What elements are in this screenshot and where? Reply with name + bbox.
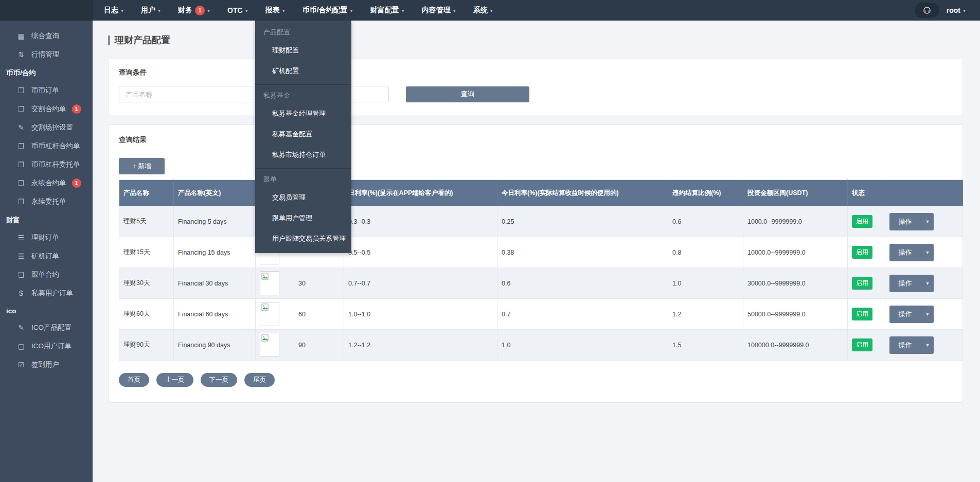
cell-product-name-en: Financing 15 days [174, 237, 256, 268]
product-image-placeholder [260, 302, 279, 326]
sidebar-item-私募用户订单[interactable]: $私募用户订单 [0, 284, 93, 302]
chevron-down-icon: ▾ [490, 8, 493, 13]
copy-icon: ❐ [16, 142, 26, 150]
dropdown-item-交易员管理[interactable]: 交易员管理 [255, 187, 351, 208]
cell-today-rate: 0.6 [497, 268, 668, 299]
pagination-上一页[interactable]: 上一页 [156, 373, 193, 387]
topnav-item-币币/合约配置[interactable]: 币币/合约配置▾ [302, 6, 353, 15]
sidebar-item-理财订单[interactable]: ☰理财订单 [0, 228, 93, 247]
sidebar-item-币币订单[interactable]: ❒币币订单 [0, 81, 93, 100]
topnav-label: 内容管理 [422, 6, 451, 15]
sidebar-item-跟单合约[interactable]: ❏跟单合约 [0, 265, 93, 284]
headset-icon [922, 6, 932, 15]
sidebar-item-综合查询[interactable]: ▦综合查询 [0, 27, 93, 45]
cell-penalty-ratio: 0.8 [668, 237, 743, 268]
sidebar-item-币币杠杆合约单[interactable]: ❐币币杠杆合约单 [0, 137, 93, 155]
broken-image-icon [261, 334, 269, 342]
avatar[interactable] [915, 3, 939, 18]
topnav-item-财务[interactable]: 财务1▾ [178, 6, 210, 15]
action-split-button[interactable]: 操作▼ [889, 275, 934, 292]
column-header: 投资金额区间(USDT) [743, 180, 848, 206]
pagination-首页[interactable]: 首页 [119, 373, 149, 387]
topnav-item-报表[interactable]: 报表▾ [265, 6, 285, 15]
table-row: 理财5天Financing 5 days0.3--0.30.250.61000.… [119, 206, 963, 237]
user-menu[interactable]: root ▾ [947, 6, 966, 14]
column-header: 状态 [848, 180, 885, 206]
action-split-button[interactable]: 操作▼ [889, 244, 934, 261]
dropdown-item-跟单用户管理[interactable]: 跟单用户管理 [255, 208, 351, 228]
sidebar-item-矿机订单[interactable]: ☰矿机订单 [0, 247, 93, 265]
notification-badge: 1 [72, 178, 81, 188]
action-button[interactable]: 操作 [889, 336, 921, 354]
cell-daily-rate: 1.2--1.2 [344, 330, 497, 361]
sidebar-item-永续合约单[interactable]: ❐永续合约单1 [0, 174, 93, 192]
sidebar-item-行情管理[interactable]: ⇅行情管理 [0, 45, 93, 64]
action-split-button[interactable]: 操作▼ [889, 306, 934, 323]
column-header: 产品名称(英文) [174, 180, 256, 206]
topnav-item-系统[interactable]: 系统▾ [473, 6, 493, 15]
topnav-item-财富配置[interactable]: 财富配置▾ [370, 6, 404, 15]
dropdown-item-私募基金经理管理[interactable]: 私募基金经理管理 [255, 103, 351, 124]
action-button[interactable]: 操作 [889, 306, 921, 323]
layers-icon: ☰ [16, 252, 26, 260]
bookmark-icon: ❒ [16, 105, 26, 113]
chevron-down-icon[interactable]: ▼ [921, 275, 934, 292]
sidebar-item-ICO用户订单[interactable]: ▢ICO用户订单 [0, 337, 93, 355]
chevron-down-icon[interactable]: ▼ [921, 244, 934, 261]
chevron-down-icon[interactable]: ▼ [921, 336, 934, 354]
dropdown-item-用户跟随交易员关系管理[interactable]: 用户跟随交易员关系管理 [255, 228, 351, 249]
pagination-尾页[interactable]: 尾页 [244, 373, 275, 387]
sidebar-item-label: 永续委托单 [31, 197, 66, 206]
dropdown-item-矿机配置[interactable]: 矿机配置 [255, 61, 351, 81]
coins-icon: ☰ [16, 234, 26, 242]
action-split-button[interactable]: 操作▼ [889, 336, 934, 354]
column-header [885, 180, 963, 206]
file-edit-icon: ✎ [16, 324, 26, 332]
topnav-label: 财务 [178, 6, 192, 15]
dropdown-item-私募市场持仓订单[interactable]: 私募市场持仓订单 [255, 145, 351, 165]
table-header-row: 产品名称产品名称(英文)日利率(%)(显示在APP端给客户看的)今日利率(%)(… [119, 180, 963, 206]
sidebar-section-币币/合约: 币币/合约 [0, 64, 93, 81]
pagination-下一页[interactable]: 下一页 [201, 373, 238, 387]
file-clock-icon: ❐ [16, 198, 26, 206]
topnav-item-内容管理[interactable]: 内容管理▾ [422, 6, 456, 15]
table-row: 理财15天Financing 15 days0.5--0.50.380.8100… [119, 237, 963, 268]
column-header: 今日利率(%)(实际结算收益时候的使用的) [497, 180, 668, 206]
topnav-item-日志[interactable]: 日志▾ [104, 6, 123, 15]
topnav-label: 日志 [104, 6, 118, 15]
topnav-item-用户[interactable]: 用户▾ [141, 6, 161, 15]
cell-status: 启用 [848, 268, 885, 299]
sidebar-item-label: 币币杠杆委托单 [31, 160, 80, 169]
action-split-button[interactable]: 操作▼ [889, 213, 934, 230]
action-button[interactable]: 操作 [889, 244, 921, 261]
user-name-label: root [947, 6, 960, 14]
chevron-down-icon: ▾ [402, 8, 404, 13]
sidebar-item-ICO产品配置[interactable]: ✎ICO产品配置 [0, 318, 93, 337]
action-button[interactable]: 操作 [889, 213, 921, 230]
sidebar-item-交割场控设置[interactable]: ✎交割场控设置 [0, 118, 93, 137]
table-row: 理财30天Financial 30 days300.7--0.70.61.030… [119, 268, 963, 299]
topnav-item-OTC[interactable]: OTC▾ [227, 6, 248, 14]
chevron-down-icon[interactable]: ▼ [921, 306, 934, 323]
cell-product-image [256, 268, 294, 299]
check-square-icon: ☑ [16, 361, 26, 369]
chevron-down-icon[interactable]: ▼ [921, 213, 934, 230]
chevron-down-icon: ▾ [121, 8, 123, 13]
status-badge: 启用 [852, 277, 872, 290]
sidebar-item-交割合约单[interactable]: ❒交割合约单1 [0, 100, 93, 118]
sidebar-item-签到用户[interactable]: ☑签到用户 [0, 355, 93, 374]
sidebar-item-币币杠杆委托单[interactable]: ❐币币杠杆委托单 [0, 155, 93, 174]
menu-divider [255, 168, 351, 169]
monitor-icon: ▢ [16, 342, 26, 350]
action-button[interactable]: 操作 [889, 275, 921, 292]
cell-actions: 操作▼ [885, 268, 963, 299]
cell-daily-rate: 0.3--0.3 [344, 206, 497, 237]
cell-product-name: 理财90天 [119, 330, 174, 361]
sidebar-section-财富: 财富 [0, 211, 93, 228]
sidebar-item-永续委托单[interactable]: ❐永续委托单 [0, 192, 93, 211]
dropdown-item-理财配置[interactable]: 理财配置 [255, 40, 351, 61]
cell-today-rate: 1.0 [497, 330, 668, 361]
add-button[interactable]: + 新增 [119, 158, 165, 174]
dropdown-item-私募基金配置[interactable]: 私募基金配置 [255, 124, 351, 145]
search-button[interactable]: 查询 [406, 86, 529, 102]
